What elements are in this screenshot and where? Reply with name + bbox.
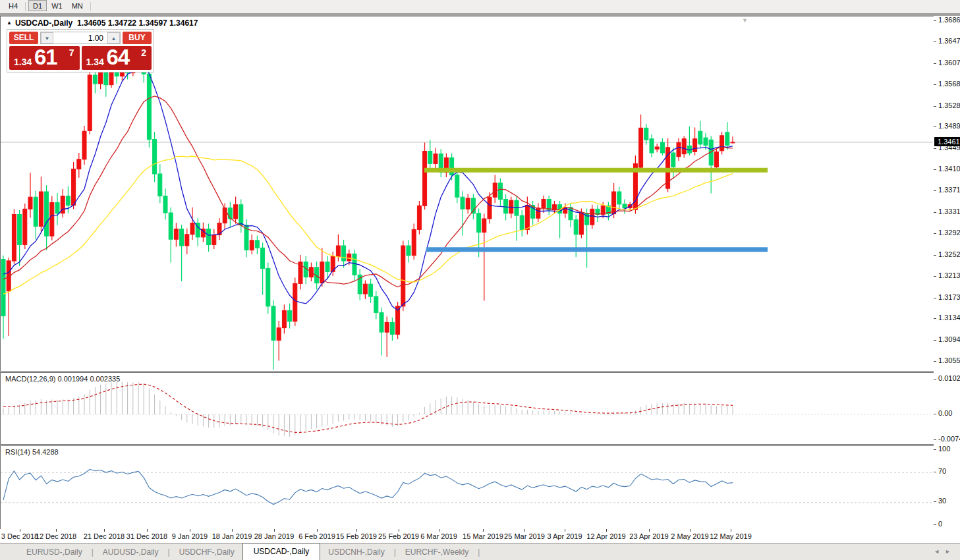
date-tick: [524, 529, 525, 532]
date-axis-label: 25 Mar 2019: [501, 532, 548, 540]
axis-tick: [934, 148, 936, 149]
price-axis-label: 1.35280: [938, 101, 960, 109]
axis-tick: [934, 472, 936, 472]
axis-tick: [934, 255, 936, 256]
chart-tab-usdcad[interactable]: USDCAD-,Daily: [242, 543, 321, 560]
buy-button[interactable]: BUY: [123, 32, 152, 44]
chart-tab-bar: EURUSD-,Daily|AUDUSD-,Daily|USDCHF-,Dail…: [0, 543, 960, 560]
timeframe-button-d1[interactable]: D1: [28, 0, 47, 11]
sell-price-pips: 61: [34, 45, 57, 70]
chart-title: ▲USDCAD-,Daily 1.34605 1.34722 1.34597 1…: [7, 18, 198, 28]
axis-tick: [934, 42, 936, 42]
price-axis-label: 1.32130: [938, 271, 960, 279]
lot-size-value[interactable]: 1.00: [53, 32, 107, 43]
date-axis-label: 12 Dec 2018: [33, 532, 79, 540]
rsi-axis-label: 0: [938, 520, 942, 528]
tab-scroll-left-icon[interactable]: ◄: [934, 548, 945, 555]
tab-separator: |: [167, 547, 171, 557]
axis-tick: [934, 298, 936, 298]
chart-ohlc-values: 1.34605 1.34722 1.34597 1.34617: [77, 18, 198, 28]
macd-axis-label: -0.00747: [938, 435, 960, 443]
tab-separator: |: [476, 547, 481, 557]
toolbar-separator: [25, 2, 26, 11]
date-axis-label: 25 Feb 2019: [376, 532, 422, 540]
axis-tick: [934, 212, 936, 213]
buy-price-pips: 64: [107, 45, 130, 70]
buy-price-prefix: 1.34: [86, 57, 104, 67]
price-axis-label: 1.30550: [938, 356, 960, 364]
price-axis-label: 1.34100: [938, 165, 960, 173]
chart-shift-marker-icon[interactable]: ▼: [742, 17, 748, 24]
date-axis-label: 3 Apr 2019: [542, 532, 588, 540]
price-axis-label: 1.32920: [938, 229, 960, 237]
macd-label: MACD(12,26,9) 0.001994 0.002335: [5, 375, 120, 383]
axis-tick: [934, 106, 936, 107]
date-axis[interactable]: 3 Dec 201812 Dec 201821 Dec 201831 Dec 2…: [0, 529, 960, 543]
axis-tick: [934, 63, 936, 64]
rsi-indicator-pane[interactable]: RSI(14) 54.4288: [0, 445, 935, 530]
buy-price-point: 2: [141, 47, 146, 58]
date-axis-label: 23 Apr 2019: [626, 532, 672, 540]
lot-decrease-button[interactable]: ▼: [41, 32, 53, 43]
date-axis-label: 12 Apr 2019: [583, 532, 629, 540]
date-tick: [565, 529, 565, 532]
date-axis-label: 31 Dec 2018: [124, 532, 170, 540]
rsi-axis-label: 100: [938, 445, 950, 453]
date-tick: [439, 529, 439, 532]
lot-increase-button[interactable]: ▲: [107, 32, 120, 43]
timeframe-button-h4[interactable]: H4: [4, 0, 22, 11]
date-tick: [731, 529, 731, 532]
axis-tick: [934, 449, 936, 450]
axis-tick: [934, 379, 936, 379]
price-axis-label: 1.30940: [938, 335, 960, 343]
buy-price-box[interactable]: 1.34 64 2: [82, 46, 152, 70]
date-tick: [606, 529, 607, 532]
tab-scroll-right-icon[interactable]: ►: [945, 548, 956, 555]
toolbar-separator: [90, 2, 91, 11]
date-axis-label: 6 Mar 2019: [416, 532, 462, 540]
axis-tick: [934, 84, 936, 85]
date-axis-label: 21 Dec 2018: [81, 532, 127, 540]
sell-button[interactable]: SELL: [9, 32, 38, 44]
macd-indicator-pane[interactable]: MACD(12,26,9) 0.001994 0.002335: [0, 372, 935, 445]
chart-tab-usdcnh[interactable]: USDCNH-,Daily: [320, 545, 392, 559]
sell-price-box[interactable]: 1.34 61 7: [9, 46, 80, 70]
timeframe-button-mn[interactable]: MN: [67, 0, 88, 11]
axis-tick: [934, 20, 936, 21]
date-tick: [649, 529, 650, 532]
timeframe-button-w1[interactable]: W1: [47, 0, 67, 11]
axis-tick: [934, 276, 936, 277]
price-axis[interactable]: 1.34617 1.368601.364701.360701.356801.35…: [934, 16, 960, 543]
macd-axis-label: 0.00: [938, 409, 952, 417]
axis-tick: [934, 318, 936, 319]
one-click-trading-panel: SELL ▼ 1.00 ▲ BUY 1.34 61 7 1.34 64 2: [7, 29, 154, 72]
tab-separator: |: [393, 547, 397, 557]
date-axis-label: 2 May 2019: [667, 532, 713, 540]
date-tick: [356, 529, 357, 532]
tab-separator: |: [90, 547, 95, 557]
date-axis-label: 9 Jan 2019: [167, 532, 213, 540]
date-tick: [104, 529, 105, 532]
price-axis-label: 1.33310: [938, 208, 960, 215]
date-tick: [690, 529, 691, 532]
chart-tab-audusd[interactable]: AUDUSD-,Daily: [95, 545, 167, 559]
chart-tab-eurchf[interactable]: EURCHF-,Weekly: [397, 545, 476, 559]
date-tick: [483, 529, 484, 532]
price-axis-label: 1.32520: [938, 250, 960, 258]
collapse-icon[interactable]: ▲: [7, 20, 12, 26]
chart-tab-usdchf[interactable]: USDCHF-,Daily: [171, 545, 242, 559]
date-tick: [232, 529, 233, 532]
rsi-axis-label: 30: [938, 497, 946, 505]
sell-price-point: 7: [69, 47, 74, 58]
axis-tick: [934, 414, 936, 414]
rsi-label: RSI(14) 54.4288: [5, 448, 59, 456]
date-tick: [147, 529, 148, 532]
date-tick: [190, 529, 190, 532]
chart-tab-eurusd[interactable]: EURUSD-,Daily: [18, 545, 90, 559]
price-axis-label: 1.35680: [938, 80, 960, 88]
date-tick: [20, 529, 20, 532]
timeframe-toolbar: H4D1W1MN: [0, 0, 960, 13]
macd-chart: [1, 373, 933, 443]
rsi-chart: [1, 446, 933, 528]
axis-tick: [934, 233, 936, 234]
